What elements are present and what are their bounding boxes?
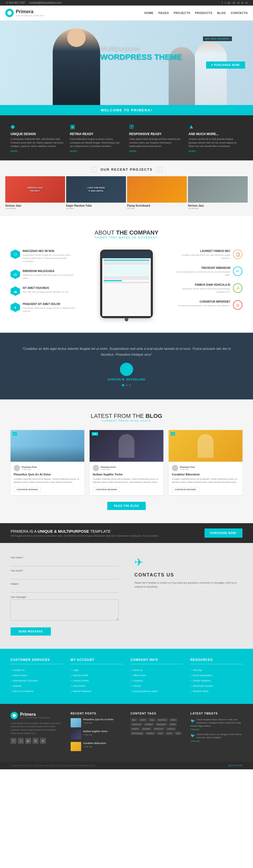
testimonial-dot-2[interactable]	[125, 384, 128, 386]
footer-tag[interactable]: travel	[165, 732, 174, 735]
footer-tag[interactable]: reference	[153, 727, 165, 731]
footer-tag[interactable]: portfolio	[141, 727, 151, 731]
more-features-icon: ▲	[188, 123, 243, 130]
form-input-email[interactable]	[10, 573, 118, 579]
rss-icon[interactable]: rs	[246, 1, 248, 4]
footer-post-title-2[interactable]: Nullam Sagittis Tortor	[83, 730, 108, 733]
footer-tag[interactable]: business	[156, 718, 168, 721]
footer-link-alarm[interactable]: Doing Mysterious Alarm	[131, 689, 183, 693]
footer-link-edit-profile[interactable]: Edit My Profile	[71, 674, 123, 677]
footer-tag[interactable]: corporate	[131, 723, 143, 726]
project-cat-1: my attribute	[5, 207, 65, 210]
footer-post-title-3[interactable]: Curabitur Bibendum	[83, 742, 106, 745]
footer-link-past-orders[interactable]: Past Orders	[71, 684, 123, 688]
footer-link-current-orders[interactable]: Current Orders	[71, 679, 123, 683]
footer-social-in[interactable]: in	[33, 738, 38, 744]
blog-author-info-1: Phasellus Post 2 days ago	[22, 466, 37, 470]
footer-tag[interactable]: ajex	[131, 718, 138, 721]
nav-home[interactable]: HOME	[144, 11, 154, 14]
footer-link-login[interactable]: Login	[71, 668, 123, 672]
blog-read-more-3[interactable]: CONTINUE READING	[172, 487, 199, 492]
contact-form: Your name * Your email * Subject Your me…	[10, 556, 118, 636]
footer-social-yt[interactable]: yt	[40, 738, 46, 744]
unique-design-more-link[interactable]: MORE...	[10, 150, 65, 153]
cta-text: PRIMERA IS A UNIQUE & MULTIPURPOSE TEMPL…	[10, 529, 159, 537]
nav-projects[interactable]: PROJECTS	[174, 11, 190, 14]
nav-products[interactable]: PRODUCTS	[195, 11, 212, 14]
form-textarea-message[interactable]	[10, 599, 118, 621]
form-submit-button[interactable]: SEND MESSAGE	[10, 627, 51, 636]
nav-blog[interactable]: BLOG	[217, 11, 226, 14]
twitter-icon[interactable]: t	[225, 1, 226, 4]
purchase-now-button[interactable]: ✦ PURCHASE NOW!	[206, 61, 245, 69]
footer-tag[interactable]: science	[166, 727, 176, 731]
footer-link-email-sub[interactable]: Email Subscription	[190, 674, 243, 677]
form-input-subject[interactable]	[10, 586, 118, 593]
footer-tag[interactable]: creative	[145, 732, 155, 735]
footer-post-title-1[interactable]: Phasellus Quis Ex At Dolor	[83, 718, 114, 721]
hero-badge: WE ARE PRIMERA	[203, 36, 232, 41]
footer-post-2: Nullam Sagittis Tortor 2 days ago	[71, 730, 123, 739]
footer-link-random[interactable]: Random Alpha	[190, 689, 243, 693]
footer-tag[interactable]: creative	[144, 723, 154, 726]
footer-tag[interactable]: blog	[148, 718, 155, 721]
read-blog-button[interactable]: READ THE BLOG	[107, 502, 146, 510]
retina-text: Fusce bibendum augue eu ipsum viverra co…	[70, 137, 124, 148]
project-item-3[interactable]: Flying Scoreboard my data	[127, 176, 187, 210]
about-feature-1-text: MAECENAS NEC MI NON Suspendisse auctor f…	[23, 250, 78, 263]
footer-tag[interactable]: tools	[156, 732, 164, 735]
about-feature-3-desc: Sed vitae nibh at magna laoreet Molestie…	[23, 290, 69, 293]
footer-tag[interactable]: studio	[139, 718, 147, 721]
footer-link-notices[interactable]: Notices Required	[71, 689, 123, 693]
blog-read-more-2[interactable]: CONTINUE READING	[93, 487, 120, 492]
footer-tweet-time-2: 2 days ago	[190, 740, 243, 742]
linkedin-icon[interactable]: in	[242, 1, 244, 4]
footer-link-return[interactable]: Return Policy	[10, 674, 63, 677]
tablet-row-2	[104, 261, 149, 262]
nav-contacts[interactable]: CONTACTS	[231, 11, 248, 14]
footer-social-tw[interactable]: t	[18, 738, 24, 744]
testimonial-dot-3[interactable]	[129, 384, 131, 386]
youtube-icon[interactable]: yt	[237, 1, 239, 4]
project-item-4[interactable]: Serious Jazz my attribute	[188, 176, 248, 210]
projects-next-button[interactable]: ›	[156, 167, 162, 172]
facebook-icon[interactable]: f	[222, 1, 223, 4]
footer-link-wholesale[interactable]: Wholesale Funders	[190, 684, 243, 688]
footer-link-sitemap[interactable]: Site Map	[190, 668, 243, 672]
footer-tag[interactable]: developer	[155, 723, 168, 726]
more-features-more-link[interactable]: MORE...	[188, 150, 243, 153]
nav-pages[interactable]: PAGES	[158, 11, 169, 14]
footer-tag[interactable]: photos	[131, 727, 140, 731]
footer-tag[interactable]: technology	[131, 732, 144, 735]
footer-tag[interactable]: web	[175, 732, 182, 735]
footer-link-office-hours[interactable]: Office Hours	[131, 674, 183, 677]
footer-link-website[interactable]: Website	[10, 684, 63, 688]
footer-social-fb[interactable]: f	[10, 738, 16, 744]
footer-columns: CUSTOMER SERVICES Contact Us Return Poli…	[0, 649, 253, 704]
testimonial-dot-1[interactable]	[122, 384, 124, 386]
footer-tag[interactable]: photo	[169, 723, 177, 726]
googleplus-icon[interactable]: g+	[228, 1, 230, 4]
about-feature-3: ☁ SIT AMET FAUCIBUS Sed vitae nibh at ma…	[10, 286, 78, 296]
projects-prev-button[interactable]: ‹	[91, 167, 97, 172]
footer-link-vendor[interactable]: Vendor Relations	[190, 679, 243, 683]
retina-more-link[interactable]: MORE...	[70, 150, 124, 153]
footer-link-international[interactable]: International Customers	[10, 679, 63, 683]
footer-link-contact[interactable]: Contact Us	[10, 668, 63, 672]
project-item-2[interactable]: I HAD TUM ONCEIT WAS AWFUL Eager Random …	[66, 176, 126, 210]
footer-tag[interactable]: clean	[169, 718, 177, 721]
form-input-name[interactable]	[10, 560, 118, 566]
project-item-1[interactable]: SERIOUS JAZZPROJECT Serious Jazz my attr…	[5, 176, 65, 210]
footer-link-terms[interactable]: Terms & Conditions	[10, 689, 63, 693]
footer-link-about[interactable]: About Us	[131, 668, 183, 672]
footer-list-item: Site Map	[190, 668, 243, 672]
logo[interactable]: Primera MULTIPURPOSE TEMPLATE	[5, 9, 44, 17]
blog-read-more-1[interactable]: CONTINUE READING	[14, 487, 41, 492]
footer-social-gp[interactable]: g+	[25, 738, 31, 744]
footer-link-locations[interactable]: Locations	[131, 679, 183, 683]
cta-purchase-button[interactable]: PURCHASE NOW!	[205, 528, 243, 538]
back-to-top-link[interactable]: BACK TO TOP	[228, 764, 243, 767]
dribbble-icon[interactable]: dr	[233, 1, 235, 4]
footer-link-policies[interactable]: Policies	[131, 684, 183, 688]
responsive-more-link[interactable]: MORE...	[129, 150, 183, 153]
